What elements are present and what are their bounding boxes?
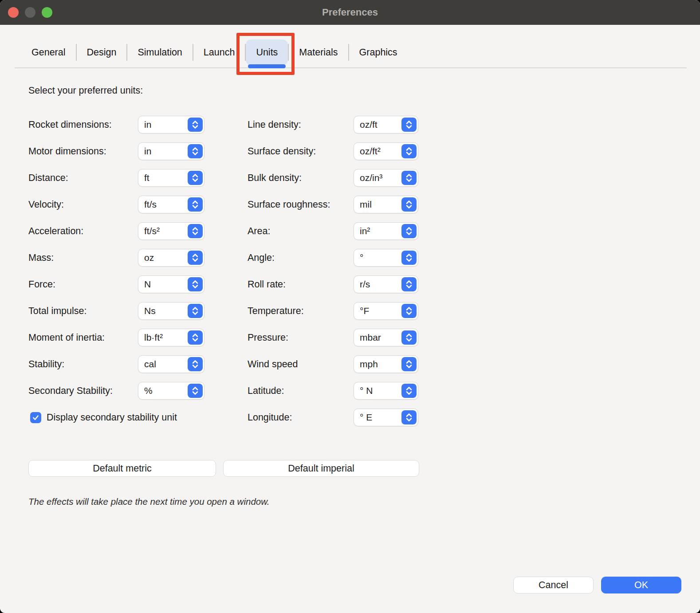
select-bulk-density[interactable]: oz/in³ [354, 169, 418, 187]
updown-chevron-icon [188, 197, 203, 212]
label-wind-speed: Wind speed [248, 359, 354, 370]
select-pressure[interactable]: mbar [354, 329, 418, 346]
display-secondary-stability-checkbox[interactable] [30, 412, 41, 423]
label-total-impulse: Total impulse: [28, 306, 138, 317]
select-latitude[interactable]: ° N [354, 382, 418, 400]
updown-chevron-icon [401, 330, 417, 345]
select-velocity[interactable]: ft/s [138, 196, 204, 213]
updown-chevron-icon [401, 197, 417, 212]
left-column: Rocket dimensions: in Motor dimensions: … [28, 116, 204, 435]
label-rocket-dimensions: Rocket dimensions: [28, 119, 138, 130]
close-button[interactable] [8, 7, 19, 18]
updown-chevron-icon [188, 277, 203, 291]
select-rocket-dimensions[interactable]: in [138, 116, 204, 134]
unit-row: Moment of inertia: lb·ft² [28, 329, 204, 346]
updown-chevron-icon [188, 144, 203, 158]
updown-chevron-icon [401, 384, 417, 398]
label-motor-dimensions: Motor dimensions: [28, 146, 138, 157]
tab-materials[interactable]: Materials [289, 39, 348, 65]
default-imperial-button[interactable]: Default imperial [223, 460, 419, 477]
select-area[interactable]: in² [354, 222, 418, 240]
unit-row: Force: N [28, 275, 204, 293]
unit-row: Stability: cal [28, 355, 204, 373]
label-moment-of-inertia: Moment of inertia: [28, 332, 138, 343]
updown-chevron-icon [188, 118, 203, 132]
unit-row: Surface density: oz/ft² [248, 142, 418, 160]
select-motor-dimensions[interactable]: in [138, 142, 204, 160]
select-roll-rate[interactable]: r/s [354, 275, 418, 293]
tab-bar: General Design Simulation Launch Units M… [0, 25, 700, 67]
select-mass[interactable]: oz [138, 249, 204, 267]
select-surface-density[interactable]: oz/ft² [354, 142, 418, 160]
select-stability[interactable]: cal [138, 355, 204, 373]
cancel-button[interactable]: Cancel [513, 577, 594, 593]
select-temperature[interactable]: °F [354, 302, 418, 320]
select-longitude[interactable]: ° E [354, 409, 418, 426]
updown-chevron-icon [401, 304, 417, 318]
selected-tab-underline [248, 64, 286, 68]
select-moment-of-inertia[interactable]: lb·ft² [138, 329, 204, 346]
select-total-impulse[interactable]: Ns [138, 302, 204, 320]
window-title: Preferences [322, 7, 378, 18]
tab-units[interactable]: Units [246, 39, 288, 65]
updown-chevron-icon [401, 410, 417, 424]
updown-chevron-icon [401, 144, 417, 158]
title-bar: Preferences [0, 0, 700, 25]
tab-simulation[interactable]: Simulation [127, 39, 192, 65]
updown-chevron-icon [188, 357, 203, 371]
select-wind-speed[interactable]: mph [354, 355, 418, 373]
tabbar-divider [15, 67, 687, 68]
unit-row: Longitude: ° E [248, 409, 418, 426]
tab-launch[interactable]: Launch [193, 39, 245, 65]
unit-row: Angle: ° [248, 249, 418, 267]
updown-chevron-icon [188, 224, 203, 238]
updown-chevron-icon [401, 224, 417, 238]
label-secondary-stability: Secondary Stability: [28, 385, 138, 397]
label-surface-roughness: Surface roughness: [248, 199, 354, 210]
updown-chevron-icon [401, 251, 417, 265]
unit-row: Velocity: ft/s [28, 196, 204, 213]
tab-general[interactable]: General [21, 39, 76, 65]
select-force[interactable]: N [138, 275, 204, 293]
unit-row: Temperature: °F [248, 302, 418, 320]
label-distance: Distance: [28, 173, 138, 184]
select-surface-roughness[interactable]: mil [354, 196, 418, 213]
tab-units-label: Units [256, 47, 278, 58]
updown-chevron-icon [401, 277, 417, 291]
label-mass: Mass: [28, 252, 138, 263]
secondary-stability-checkbox-row: Display secondary stability unit [28, 409, 204, 426]
right-column: Line density: oz/ft Surface density: oz/… [248, 116, 418, 435]
label-velocity: Velocity: [28, 199, 138, 210]
select-secondary-stability[interactable]: % [138, 382, 204, 400]
default-metric-button[interactable]: Default metric [28, 460, 216, 477]
select-line-density[interactable]: oz/ft [354, 116, 418, 134]
label-latitude: Latitude: [248, 385, 354, 397]
unit-row: Motor dimensions: in [28, 142, 204, 160]
preferences-window: Preferences General Design Simulation La… [0, 0, 700, 613]
select-acceleration[interactable]: ft/s² [138, 222, 204, 240]
defaults-row: Default metric Default imperial [28, 460, 700, 477]
label-surface-density: Surface density: [248, 146, 354, 157]
checkbox-label: Display secondary stability unit [47, 412, 177, 423]
unit-row: Mass: oz [28, 249, 204, 267]
select-angle[interactable]: ° [354, 249, 418, 267]
updown-chevron-icon [188, 251, 203, 265]
ok-button[interactable]: OK [601, 577, 681, 593]
unit-row: Bulk density: oz/in³ [248, 169, 418, 187]
tab-graphics[interactable]: Graphics [349, 39, 408, 65]
label-longitude: Longitude: [248, 412, 354, 423]
label-roll-rate: Roll rate: [248, 279, 354, 290]
tab-design[interactable]: Design [77, 39, 127, 65]
label-force: Force: [28, 279, 138, 290]
zoom-button[interactable] [42, 7, 52, 18]
unit-row: Pressure: mbar [248, 329, 418, 346]
label-area: Area: [248, 226, 354, 237]
label-bulk-density: Bulk density: [248, 173, 354, 184]
select-distance[interactable]: ft [138, 169, 204, 187]
updown-chevron-icon [401, 171, 417, 185]
minimize-button[interactable] [25, 7, 35, 18]
unit-row: Wind speed mph [248, 355, 418, 373]
label-angle: Angle: [248, 252, 354, 263]
label-acceleration: Acceleration: [28, 226, 138, 237]
updown-chevron-icon [188, 304, 203, 318]
